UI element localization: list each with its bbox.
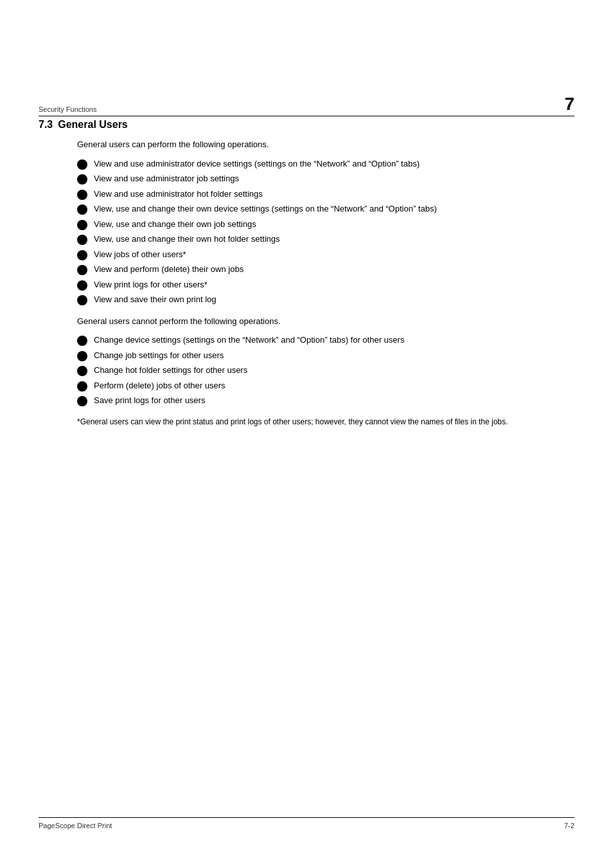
bullet-icon xyxy=(77,295,87,305)
top-header: Security Functions 7 xyxy=(39,95,574,116)
page-container: Security Functions 7 7.3 General Users G… xyxy=(0,0,613,868)
list-item: View jobs of other users* xyxy=(77,248,574,261)
bullet-icon xyxy=(77,235,87,245)
bullet-icon xyxy=(77,220,87,230)
list-item: Save print logs for other users xyxy=(77,394,574,407)
section-heading: 7.3 General Users xyxy=(39,119,574,131)
bottom-footer: PageScope Direct Print 7-2 xyxy=(39,817,574,829)
footer-right: 7-2 xyxy=(564,822,574,829)
list-item: View and save their own print log xyxy=(77,293,574,306)
section-title: General Users xyxy=(58,119,128,131)
list-item: View, use and change their own hot folde… xyxy=(77,233,574,246)
bullet-icon xyxy=(77,174,87,185)
list-item: Change job settings for other users xyxy=(77,349,574,362)
bullet-icon xyxy=(77,265,87,275)
list-item: Change hot folder settings for other use… xyxy=(77,364,574,377)
list-item: View and perform (delete) their own jobs xyxy=(77,263,574,276)
list-item: View and use administrator hot folder se… xyxy=(77,188,574,201)
list-item: View print logs for other users* xyxy=(77,278,574,291)
can-list: View and use administrator device settin… xyxy=(77,158,574,306)
main-content: 7.3 General Users General users can perf… xyxy=(39,119,574,428)
list-item: Change device settings (settings on the … xyxy=(77,334,574,347)
list-item: View, use and change their own job setti… xyxy=(77,218,574,231)
intro-can-text: General users can perform the following … xyxy=(77,138,574,151)
bullet-icon xyxy=(77,159,87,170)
intro-cannot-text: General users cannot perform the followi… xyxy=(77,315,574,328)
bullet-icon xyxy=(77,336,87,346)
bullet-icon xyxy=(77,366,87,376)
bullet-icon xyxy=(77,396,87,406)
bullet-icon xyxy=(77,280,87,291)
footer-left: PageScope Direct Print xyxy=(39,822,112,829)
bullet-icon xyxy=(77,204,87,215)
bullet-icon xyxy=(77,351,87,361)
bullet-icon xyxy=(77,381,87,392)
list-item: View and use administrator device settin… xyxy=(77,158,574,170)
bullet-icon xyxy=(77,250,87,260)
list-item: View, use and change their own device se… xyxy=(77,203,574,215)
section-number: 7.3 xyxy=(39,119,53,131)
chapter-number: 7 xyxy=(564,95,574,113)
list-item: View and use administrator job settings xyxy=(77,172,574,185)
list-item: Perform (delete) jobs of other users xyxy=(77,379,574,392)
cannot-list: Change device settings (settings on the … xyxy=(77,334,574,407)
header-label: Security Functions xyxy=(39,105,96,113)
footnote-text: *General users can view the print status… xyxy=(77,416,574,428)
bullet-icon xyxy=(77,190,87,200)
